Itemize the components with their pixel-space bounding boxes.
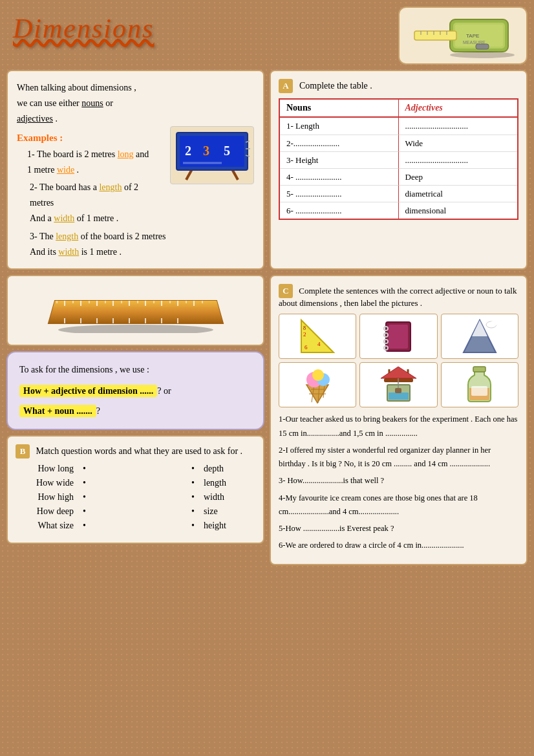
table-header: Nouns Adjectives [280, 100, 517, 118]
header-area: Dimensions TAPE MEASURE [6, 6, 528, 65]
section-b-title: Match question words and what they are u… [36, 446, 243, 456]
sentence-5: 5-How ..................is Everest peak … [279, 522, 518, 535]
nouns-word: nouns [81, 98, 103, 108]
table-cell-noun-1: 1- Length [280, 118, 399, 135]
ex1-wide: wide [57, 165, 74, 175]
dot-left-5: • [83, 521, 86, 531]
example3: 3- The length of the board is 2 metres A… [30, 229, 254, 260]
dot-left-3: • [83, 492, 86, 502]
ask-dimensions-card: To ask for the dimensions , we use : How… [6, 351, 264, 430]
svg-rect-88 [471, 386, 487, 396]
tape-measure-image: TAPE MEASURE [398, 6, 528, 65]
example2: 2- The board has a length of 2 metres An… [30, 180, 254, 226]
ask-highlight2: What + noun .......? [19, 403, 251, 420]
matching-right-2: length [204, 478, 255, 488]
adj-dot: . [55, 114, 58, 124]
section-a-header: A Complete the table . [279, 79, 518, 93]
table-cell-adj-6: dimensional [399, 202, 518, 219]
ask-highlight1: How + adjective of dimension ......? or [19, 383, 251, 400]
dot-right-1: • [191, 464, 195, 474]
image-2 [359, 314, 437, 359]
dot-right-3: • [191, 492, 195, 502]
ask-line1: To ask for the dimensions , we use : [19, 362, 251, 379]
svg-rect-86 [395, 388, 401, 393]
matching-row-5: What size • • height [16, 521, 255, 531]
svg-marker-67 [472, 320, 487, 336]
school-board-image: 2 3 5 [170, 126, 254, 184]
ex3-length: length [56, 232, 78, 241]
section-a-label: A [279, 79, 293, 93]
ex1-dot: . [77, 165, 80, 175]
what-formula: What + noun ....... [19, 405, 96, 417]
sentence-1: 1-Our teacher asked us to bring beakers … [279, 413, 518, 440]
ruler-svg [45, 288, 226, 333]
sentence-6: 6-We are ordered to draw a circle of 4 c… [279, 539, 518, 552]
images-grid: 6 4 2 8 [279, 314, 518, 407]
sentences-area: 1-Our teacher asked us to bring beakers … [279, 413, 518, 552]
svg-text:5: 5 [224, 144, 230, 158]
page-title: Dimensions [13, 14, 154, 43]
image-5 [359, 362, 437, 407]
ruler-card [6, 275, 264, 346]
section-a-card: A Complete the table . Nouns Adjectives … [270, 70, 528, 270]
ex3-d: is 1 metre . [81, 247, 122, 257]
img-well-svg [381, 365, 416, 404]
ex2-c: And a [30, 213, 52, 223]
ex1-text-a: 1- The board is 2 metres [27, 149, 115, 159]
matching-row-3: How high • • width [16, 492, 255, 502]
or-word: or [105, 98, 113, 108]
bottom-left-area: To ask for the dimensions , we use : How… [6, 275, 264, 565]
img-organizer-svg [381, 319, 416, 354]
matching-left-2: How wide [16, 478, 74, 488]
matching-right-5: height [204, 521, 255, 531]
ex3-b: of the board is 2 metres [81, 232, 166, 241]
section-b-header: B Match question words and what they are… [16, 444, 255, 459]
dot-left-1: • [83, 464, 86, 474]
table-cell-adj-1: .............................. [399, 118, 518, 135]
sentence-3: 3- How....................is that well ? [279, 474, 518, 488]
image-3 [441, 314, 518, 359]
svg-text:2: 2 [303, 331, 306, 338]
matching-rows: How long • • depth How wide • • length H… [16, 464, 255, 531]
matching-row-1: How long • • depth [16, 464, 255, 474]
table-cell-adj-3: .............................. [399, 151, 518, 168]
svg-text:6: 6 [304, 344, 308, 351]
svg-point-69 [490, 321, 498, 326]
table-body: 1- Length..............................2… [280, 118, 517, 219]
matching-left-4: How deep [16, 506, 74, 517]
ex1-long: long [118, 149, 134, 159]
dot-right-2: • [191, 478, 195, 488]
col-adjectives: Adjectives [399, 100, 518, 118]
matching-row-4: How deep • • size [16, 506, 255, 517]
image-6 [441, 362, 518, 407]
matching-right-3: width [204, 492, 255, 502]
ex1-b: 1 metre [27, 165, 54, 175]
section-c-title: Complete the sentences with the correct … [279, 286, 517, 308]
intro-card: When talking about dimensions , we can u… [6, 70, 264, 270]
svg-text:8: 8 [303, 325, 306, 331]
svg-rect-60 [389, 325, 408, 349]
svg-point-24 [58, 325, 213, 333]
col-nouns: Nouns [280, 100, 399, 118]
section-c-header: C Complete the sentences with the correc… [279, 284, 518, 308]
ex3-a: 3- The [30, 232, 54, 241]
table-cell-noun-5: 5- ...................... [280, 185, 399, 202]
ex1-and: and [136, 149, 149, 159]
svg-text:TAPE: TAPE [466, 33, 479, 39]
how-formula: How + adjective of dimension ...... [19, 385, 157, 397]
dot-right-5: • [191, 521, 195, 531]
table-cell-adj-2: Wide [399, 135, 518, 151]
img-icecream-svg [300, 365, 336, 404]
section-b-label: B [16, 444, 30, 459]
dot-left-4: • [83, 506, 86, 517]
section-c-card: C Complete the sentences with the correc… [270, 275, 528, 565]
svg-marker-84 [381, 367, 416, 378]
section-b-card: B Match question words and what they are… [6, 435, 264, 544]
svg-text:3: 3 [203, 144, 209, 158]
table-cell-noun-6: 6- ...................... [280, 202, 399, 219]
section-a-title: Complete the table . [299, 81, 372, 91]
dot-right-4: • [191, 506, 195, 517]
ex2-a: 2- The board has a [30, 182, 97, 192]
board-svg: 2 3 5 [173, 129, 251, 181]
svg-point-12 [450, 52, 515, 58]
